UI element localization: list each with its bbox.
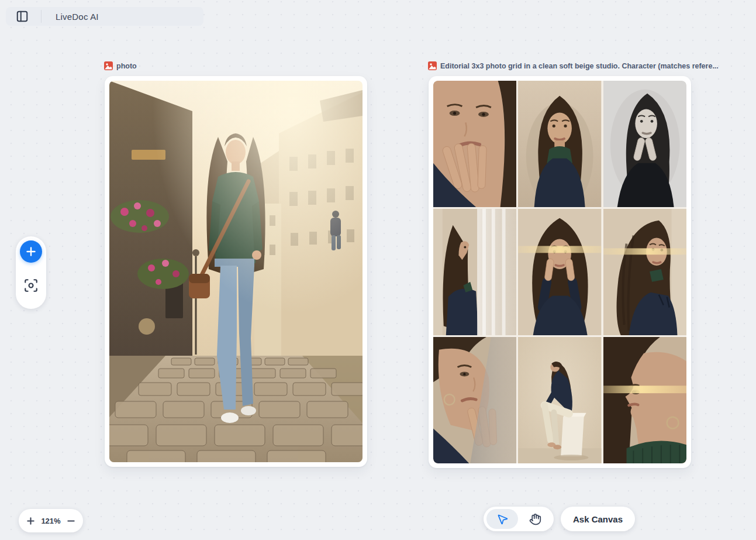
plus-icon: [25, 246, 37, 257]
cursor-icon: [496, 513, 509, 525]
zoom-controls: 121%: [19, 509, 83, 532]
focus-button[interactable]: [22, 277, 40, 294]
canvas-side-toolbar: [16, 236, 46, 309]
grid-cell: [518, 209, 601, 335]
grid-image: [433, 81, 686, 463]
grid-card[interactable]: [429, 76, 691, 468]
photo-image: [109, 81, 363, 462]
grid-cell: [518, 81, 601, 207]
zoom-level: 121%: [41, 517, 60, 525]
grid-cell: [433, 337, 516, 463]
canvas-tools: [484, 507, 554, 531]
zoom-out-button[interactable]: [67, 517, 75, 525]
grid-cell: [433, 209, 516, 335]
grid-cell: [603, 209, 686, 335]
minus-icon: [67, 517, 75, 525]
grid-card-label-text: Editorial 3x3 photo grid in a clean soft…: [440, 62, 719, 70]
focus-scan-icon: [23, 278, 39, 293]
image-icon: [428, 61, 437, 70]
photo-card-label[interactable]: photo: [104, 61, 137, 70]
app-title: LiveDoc AI: [56, 12, 99, 22]
photo-card-label-text: photo: [116, 62, 137, 70]
plus-icon: [26, 517, 35, 525]
add-button[interactable]: [20, 240, 42, 263]
sidebar-toggle-button[interactable]: [14, 8, 30, 25]
panel-left-icon: [16, 10, 29, 23]
canvas-board[interactable]: { "app": { "title": "LiveDoc AI" }, "car…: [0, 0, 756, 540]
image-icon: [104, 61, 113, 70]
photo-card[interactable]: [105, 76, 367, 467]
grid-cell: [433, 81, 516, 207]
grid-cell: [603, 81, 686, 207]
select-tool-button[interactable]: [486, 509, 518, 529]
grid-cell: [518, 337, 601, 463]
hand-icon: [529, 513, 541, 525]
hand-tool-button[interactable]: [519, 509, 551, 529]
topbar-divider: [41, 10, 42, 23]
grid-cell: [603, 337, 686, 463]
top-bar: LiveDoc AI: [6, 7, 203, 26]
ask-canvas-button[interactable]: Ask Canvas: [561, 507, 635, 531]
grid-card-label[interactable]: Editorial 3x3 photo grid in a clean soft…: [428, 61, 719, 70]
zoom-in-button[interactable]: [26, 517, 35, 525]
